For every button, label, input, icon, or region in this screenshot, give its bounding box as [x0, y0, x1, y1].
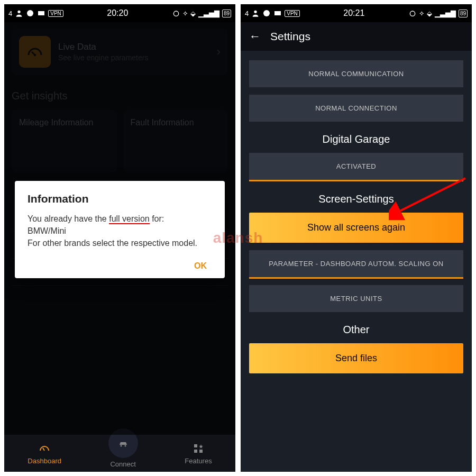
svg-line-10: [43, 448, 44, 451]
bottom-nav: Dashboard Connect Features: [4, 435, 235, 472]
alarm-icon: [172, 9, 180, 17]
battery-icon: 89: [459, 10, 468, 17]
mail-icon: [37, 9, 45, 17]
svg-rect-13: [194, 444, 197, 447]
chat-icon: [26, 9, 34, 17]
gauge-icon: [38, 442, 51, 455]
nav-features[interactable]: Features: [185, 442, 212, 465]
back-arrow-icon[interactable]: ←: [249, 30, 261, 43]
vpn-badge: VPN: [285, 10, 300, 17]
section-screen-settings: Screen-Settings: [241, 193, 472, 205]
signal-icon: ▁▃▅▇: [198, 10, 219, 17]
svg-rect-19: [274, 11, 281, 15]
bluetooth-icon: ⟡: [183, 9, 188, 17]
vpn-badge: VPN: [48, 10, 63, 17]
page-title: Settings: [270, 30, 310, 43]
status-bar: 4 VPN 20:20 ⟡ ⬙ ▁▃▅▇ 89: [4, 4, 235, 22]
svg-point-17: [254, 11, 257, 13]
person-icon: [15, 9, 23, 17]
normal-communication-button[interactable]: NORMAL COMMUNICATION: [249, 60, 463, 87]
parameter-scaling-button[interactable]: PARAMETER - DASHBOARD AUTOM. SCALING ON: [249, 250, 463, 277]
normal-connection-button[interactable]: NORMAL CONNECTION: [249, 95, 463, 122]
svg-rect-2: [38, 11, 44, 15]
svg-point-18: [263, 10, 270, 16]
mail-icon: [273, 9, 282, 17]
dialog-body: You already have the full version for: B…: [28, 213, 212, 250]
metric-units-button[interactable]: METRIC UNITS: [249, 285, 463, 312]
svg-point-12: [124, 445, 126, 446]
full-version-underlined: full version: [109, 214, 149, 224]
notif-count-icon: 4: [245, 10, 249, 17]
activated-button[interactable]: ACTIVATED: [249, 153, 463, 180]
svg-rect-14: [194, 450, 197, 453]
alarm-icon: [408, 9, 417, 17]
grid-star-icon: [192, 442, 205, 455]
svg-point-1: [27, 10, 33, 16]
clock: 20:21: [343, 8, 364, 18]
send-files-button[interactable]: Send files: [249, 343, 463, 373]
svg-marker-16: [199, 444, 203, 448]
car-icon: [117, 437, 130, 450]
nav-connect[interactable]: Connect: [108, 439, 138, 468]
svg-point-11: [120, 445, 122, 446]
signal-icon: ▁▃▅▇: [435, 10, 456, 17]
svg-point-20: [410, 11, 415, 16]
section-other: Other: [241, 324, 472, 336]
show-all-screens-button[interactable]: Show all screens again: [249, 213, 463, 243]
battery-icon: 89: [222, 10, 231, 17]
status-bar: 4 VPN 20:21 ⟡ ⬙ ▁▃▅▇ 89: [241, 4, 472, 22]
clock: 20:20: [107, 8, 128, 18]
dialog-title: Information: [28, 193, 212, 205]
svg-rect-15: [199, 450, 203, 453]
phone-left: 4 VPN 20:20 ⟡ ⬙ ▁▃▅▇ 89 Live Data See li…: [4, 4, 235, 472]
svg-point-3: [173, 11, 178, 16]
wifi-icon: ⬙: [427, 10, 432, 17]
phone-right: 4 VPN 20:21 ⟡ ⬙ ▁▃▅▇ 89 ← Settings NORMA…: [241, 4, 472, 472]
chat-icon: [262, 9, 271, 17]
divider: [249, 180, 463, 181]
section-digital-garage: Digital Garage: [241, 133, 472, 145]
wifi-icon: ⬙: [190, 10, 196, 17]
bluetooth-icon: ⟡: [419, 9, 424, 17]
nav-dashboard[interactable]: Dashboard: [28, 442, 61, 465]
notif-count-icon: 4: [8, 10, 12, 17]
information-dialog: Information You already have the full ve…: [15, 181, 225, 278]
person-icon: [251, 9, 260, 17]
settings-header: ← Settings: [241, 22, 472, 51]
svg-point-0: [18, 11, 21, 13]
ok-button[interactable]: OK: [189, 257, 212, 274]
